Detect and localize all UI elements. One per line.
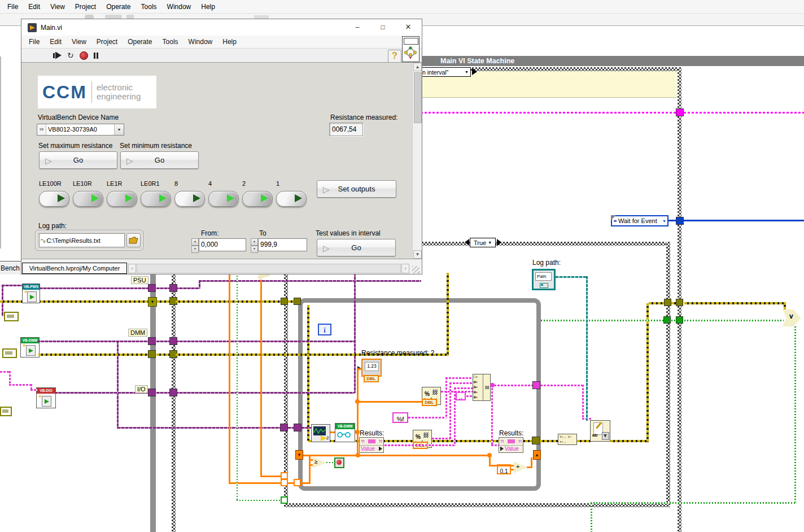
path-type-icon: ⌐b: [40, 237, 46, 243]
maximize-button[interactable]: □: [372, 19, 394, 35]
fp-titlebar[interactable]: Main.vi – □ ✕: [21, 19, 422, 36]
pause-button[interactable]: [94, 53, 98, 59]
bd-menu-operate[interactable]: Operate: [101, 3, 136, 11]
spin-up-icon: ▲: [251, 238, 258, 246]
bd-menu-project[interactable]: Project: [70, 3, 101, 11]
case-selector-label[interactable]: n interval" ▼: [420, 67, 471, 77]
led-button-le0r1[interactable]: [141, 191, 171, 207]
project-tab[interactable]: VirtualBench.lvproj/My Computer: [22, 263, 127, 274]
fp-vscrollbar[interactable]: ▲ ▼: [412, 63, 422, 259]
go-test-button[interactable]: ▷Go: [317, 239, 396, 256]
wire-bool-green: [591, 502, 796, 504]
from-field[interactable]: 0,000: [199, 238, 246, 251]
scroll-down-icon[interactable]: ▼: [413, 250, 422, 259]
log-path-terminal: Path: [532, 269, 556, 290]
wire-pws-purple: [176, 287, 199, 289]
wire-enum-blue: [684, 220, 804, 221]
from-spinner[interactable]: ▲▼: [191, 238, 199, 253]
tunnel-purple: [294, 424, 302, 431]
merge-errors-node[interactable]: ?!→ ?!?!→: [558, 434, 577, 445]
run-continuous-button[interactable]: ↻: [67, 51, 74, 59]
device-name-label: VirtualBench Device Name: [38, 114, 119, 121]
go-min-button[interactable]: ▷Go: [120, 151, 199, 169]
fp-menu-edit[interactable]: Edit: [45, 38, 67, 46]
bd-menu-edit[interactable]: Edit: [23, 3, 45, 11]
device-name-value[interactable]: VB8012-30739A0: [46, 124, 114, 135]
close-button[interactable]: ✕: [397, 19, 420, 35]
scroll-up-icon[interactable]: ▲: [413, 63, 422, 71]
navigation-compass-icon[interactable]: [404, 46, 417, 59]
element-node: [4, 312, 19, 321]
run-button[interactable]: [53, 52, 62, 59]
hscroll-right-icon[interactable]: ›: [401, 264, 409, 273]
bd-menu-help[interactable]: Help: [196, 3, 220, 11]
vb-dmm-vi[interactable]: VB-DMM ✳: [20, 337, 40, 357]
acquire-express-vi[interactable]: 2: [311, 424, 330, 442]
led-label: LE10R: [73, 180, 92, 187]
wire-bool-green: [541, 320, 664, 321]
led-button-8[interactable]: [174, 191, 205, 207]
write-text-file-node[interactable]: ab: [590, 420, 610, 442]
wire-to-orange: [260, 476, 282, 477]
fp-menu-project[interactable]: Project: [91, 38, 123, 46]
fp-menu-window[interactable]: Window: [183, 38, 218, 46]
wire-string-pink: [432, 438, 451, 439]
wait-for-event-enum[interactable]: ◂▸ Wait for Event ▼: [611, 215, 668, 226]
bd-menu-file[interactable]: File: [2, 3, 23, 11]
label-io: I/O: [135, 385, 148, 393]
case-selector-dropdown-icon[interactable]: ▼: [465, 70, 469, 74]
wire-error: [447, 273, 449, 356]
set-outputs-button[interactable]: ▷Set outputs: [317, 180, 396, 198]
led-button-le100r[interactable]: [39, 191, 69, 207]
vscroll-thumb[interactable]: [414, 72, 422, 123]
property-node-results-read[interactable]: ?! ?! Value: [359, 437, 384, 453]
browse-button[interactable]: [126, 233, 141, 247]
concatenate-strings-node[interactable]: □+▨+▨+▨+▨+ ▤: [473, 374, 491, 401]
device-name-combo[interactable]: I/0 VB8012-30739A0 ▼: [37, 124, 124, 136]
hscroll-left-icon[interactable]: ‹: [128, 264, 136, 273]
enum-dropdown-icon[interactable]: ▼: [662, 219, 666, 223]
wire-string-pink: [445, 377, 447, 418]
fp-menu-tools[interactable]: Tools: [158, 38, 183, 46]
true-case-dropdown-icon[interactable]: ▼: [488, 241, 492, 245]
class-icon: ?!: [500, 439, 504, 443]
bd-toolbar-icon-fragment: [105, 15, 122, 19]
true-case-selector[interactable]: True ▼: [470, 238, 496, 247]
eol-constant: ↵: [456, 392, 466, 400]
log-path-value[interactable]: C:\Temp\Results.txt: [46, 237, 100, 244]
vb-pws-vi[interactable]: VB-PWS ✳: [22, 284, 40, 303]
go-max-button[interactable]: ▷Go: [39, 151, 117, 169]
resize-grip[interactable]: [412, 266, 420, 273]
led-button-4[interactable]: [208, 191, 239, 207]
property-node-results-write[interactable]: ?! ?! Value: [499, 437, 523, 453]
bd-menu-view[interactable]: View: [45, 3, 70, 11]
led-button-1[interactable]: [276, 191, 307, 207]
wire-bool-green: [326, 462, 335, 463]
wait-for-event-text: Wait for Event: [618, 217, 657, 224]
format-string-constant[interactable]: %f: [392, 412, 408, 423]
fp-menu-operate[interactable]: Operate: [123, 38, 157, 46]
fp-menu-file[interactable]: File: [24, 38, 45, 46]
wire-junction: [356, 453, 360, 457]
to-field[interactable]: 999,9: [258, 238, 307, 251]
fp-menu-help[interactable]: Help: [217, 38, 242, 46]
led-button-le1r[interactable]: [107, 191, 137, 207]
tunnel-orange-in: [281, 479, 288, 486]
abort-button[interactable]: [80, 51, 88, 60]
led-button-le10r[interactable]: [73, 191, 103, 207]
vb-dio-vi[interactable]: VB-DIO ✳: [36, 387, 56, 408]
combo-dropdown-button[interactable]: ▼: [114, 124, 124, 135]
to-spinner[interactable]: ▲▼: [251, 238, 258, 253]
bd-menu-tools[interactable]: Tools: [136, 3, 162, 11]
fp-menu-view[interactable]: View: [67, 38, 91, 46]
from-label: From:: [201, 229, 219, 237]
vb-dmm-read-vi[interactable]: VB-DMM: [335, 423, 355, 442]
led-button-2[interactable]: [242, 191, 273, 207]
log-path-field[interactable]: ⌐b C:\Temp\Results.txt: [39, 233, 125, 247]
shift-register-right: ▲: [533, 450, 541, 460]
minimize-button[interactable]: –: [346, 19, 369, 35]
bd-menu-window[interactable]: Window: [162, 3, 196, 11]
hscroll-track[interactable]: [137, 264, 401, 273]
wire-dmm-purple: [37, 341, 148, 342]
help-button[interactable]: ?: [388, 50, 401, 63]
